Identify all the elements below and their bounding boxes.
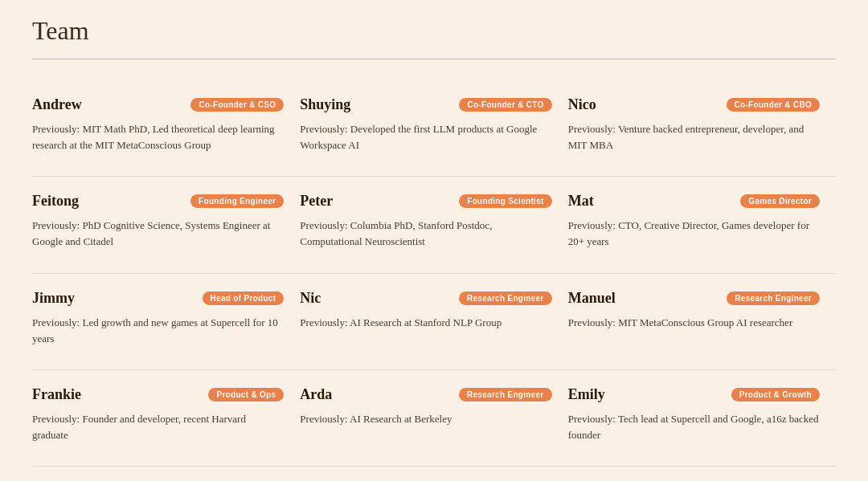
member-name: Manuel — [568, 290, 616, 307]
member-name: Frankie — [32, 386, 81, 403]
team-member: ManuelResearch EngineerPreviously: MIT M… — [568, 277, 836, 366]
member-description: Previously: CTO, Creative Director, Game… — [568, 218, 820, 250]
team-member: MelissaResearch EngineerPreviously: AI R… — [32, 470, 300, 481]
member-description: Previously: AI Research at Stanford NLP … — [300, 315, 551, 331]
team-member: JimmyHead of ProductPreviously: Led grow… — [32, 277, 300, 366]
member-description: Previously: Developed the first LLM prod… — [300, 121, 551, 153]
member-description: Previously: PhD Cognitive Science, Syste… — [32, 218, 284, 250]
member-role-badge: Research Engineer — [459, 291, 552, 305]
member-description: Previously: MIT MetaConscious Group AI r… — [568, 315, 820, 331]
member-role-badge: Co-Founder & CTO — [459, 98, 551, 112]
member-name: Shuying — [300, 96, 350, 113]
member-header: ShuyingCo-Founder & CTO — [300, 96, 551, 113]
member-role-badge: Co-Founder & CSO — [190, 98, 284, 112]
member-header: MatGames Director — [568, 193, 820, 210]
member-description: Previously: MIT Math PhD, Led theoretica… — [32, 121, 284, 153]
member-description: Previously: Tech lead at Supercell and G… — [568, 411, 820, 443]
member-role-badge: Games Director — [740, 194, 820, 208]
team-member: WeiSoftware EngineerPreviously: Quant tr… — [300, 470, 567, 481]
row-divider — [32, 176, 836, 177]
team-member: PeterFounding ScientistPreviously: Colum… — [300, 180, 567, 269]
member-role-badge: Product & Growth — [731, 388, 820, 402]
member-header: ManuelResearch Engineer — [568, 290, 820, 307]
team-member: ShuyingCo-Founder & CTOPreviously: Devel… — [300, 84, 567, 173]
member-description: Previously: Venture backed entrepreneur,… — [568, 121, 820, 153]
member-role-badge: Founding Engineer — [190, 194, 284, 208]
member-role-badge: Research Engineer — [727, 291, 820, 305]
team-member: MatGames DirectorPreviously: CTO, Creati… — [568, 180, 836, 269]
team-member-empty — [568, 470, 836, 481]
member-name: Peter — [300, 193, 333, 210]
title-divider — [32, 59, 836, 59]
row-divider — [32, 369, 836, 370]
team-member: EmilyProduct & GrowthPreviously: Tech le… — [568, 373, 836, 463]
member-role-badge: Head of Product — [203, 291, 285, 305]
member-description: Previously: Founder and developer, recen… — [32, 411, 284, 443]
member-name: Andrew — [32, 96, 82, 113]
member-name: Mat — [568, 193, 594, 210]
member-header: AndrewCo-Founder & CSO — [32, 96, 284, 113]
member-role-badge: Co-Founder & CBO — [727, 98, 820, 112]
member-header: FeitongFounding Engineer — [32, 193, 284, 210]
member-name: Emily — [568, 386, 605, 403]
team-member: ArdaResearch EngineerPreviously: AI Rese… — [300, 373, 567, 463]
row-divider — [32, 273, 836, 274]
member-header: ArdaResearch Engineer — [300, 386, 551, 403]
member-description: Previously: Led growth and new games at … — [32, 315, 284, 347]
team-grid: AndrewCo-Founder & CSOPreviously: MIT Ma… — [32, 84, 836, 481]
member-name: Feitong — [32, 193, 79, 210]
member-role-badge: Founding Scientist — [459, 194, 551, 208]
member-name: Nico — [568, 96, 596, 113]
page-title: Team — [32, 16, 836, 46]
team-member: FeitongFounding EngineerPreviously: PhD … — [32, 180, 300, 269]
team-member: AndrewCo-Founder & CSOPreviously: MIT Ma… — [32, 84, 300, 173]
member-name: Nic — [300, 290, 321, 307]
member-role-badge: Product & Ops — [208, 388, 284, 402]
member-header: FrankieProduct & Ops — [32, 386, 284, 403]
row-divider — [32, 466, 836, 467]
member-description: Previously: Columbia PhD, Stanford Postd… — [300, 218, 551, 250]
member-description: Previously: AI Research at Berkeley — [300, 411, 551, 427]
member-header: EmilyProduct & Growth — [568, 386, 820, 403]
member-name: Arda — [300, 386, 332, 403]
member-header: JimmyHead of Product — [32, 290, 284, 307]
team-member: NicoCo-Founder & CBOPreviously: Venture … — [568, 84, 836, 173]
member-header: NicoCo-Founder & CBO — [568, 96, 820, 113]
member-name: Jimmy — [32, 290, 75, 307]
member-header: PeterFounding Scientist — [300, 193, 551, 210]
member-role-badge: Research Engineer — [459, 388, 552, 402]
member-header: NicResearch Engineer — [300, 290, 551, 307]
team-member: FrankieProduct & OpsPreviously: Founder … — [32, 373, 300, 463]
team-member: NicResearch EngineerPreviously: AI Resea… — [300, 277, 567, 366]
